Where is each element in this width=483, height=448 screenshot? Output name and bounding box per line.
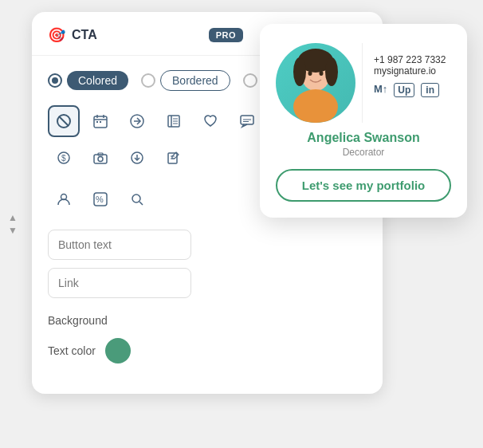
medium-icon[interactable]: M↑ xyxy=(374,83,387,97)
cta-button[interactable]: Let's see my portfolio xyxy=(276,169,451,202)
download-icon-cell[interactable] xyxy=(121,142,153,174)
linkedin-icon[interactable]: in xyxy=(421,83,439,97)
text-color-swatch[interactable] xyxy=(105,338,131,364)
sig-phone: +1 987 223 7332 xyxy=(374,54,446,65)
header-left: 🎯 CTA xyxy=(48,26,97,44)
sig-website: mysignature.io xyxy=(374,65,446,77)
style-option-bordered[interactable]: Bordered xyxy=(141,70,230,91)
upwork-icon[interactable]: Up xyxy=(394,83,414,97)
svg-point-24 xyxy=(98,157,103,162)
user-icon-cell[interactable] xyxy=(48,183,80,215)
sig-role: Decorator xyxy=(343,147,385,158)
svg-point-34 xyxy=(132,195,140,202)
svg-point-40 xyxy=(325,57,338,86)
svg-rect-7 xyxy=(100,121,101,123)
svg-text:%: % xyxy=(96,195,104,204)
text-color-label: Text color xyxy=(48,344,96,357)
arrow-right-icon-cell[interactable] xyxy=(121,105,153,137)
dollar-icon-cell[interactable]: $ xyxy=(48,142,80,174)
colored-label: Colored xyxy=(67,71,128,90)
sig-top-inner: +1 987 223 7332 mysignature.io M↑ Up in xyxy=(276,43,451,123)
background-label: Background xyxy=(48,314,108,327)
scroll-up-icon[interactable]: ▲ xyxy=(8,213,18,222)
heart-icon-cell[interactable] xyxy=(194,105,226,137)
sig-social-icons: M↑ Up in xyxy=(374,83,446,97)
pro-badge: PRO xyxy=(209,28,243,42)
scroll-down-icon[interactable]: ▼ xyxy=(8,226,18,235)
svg-point-43 xyxy=(308,71,312,76)
svg-line-35 xyxy=(139,202,143,205)
signature-card: +1 987 223 7332 mysignature.io M↑ Up in … xyxy=(260,24,467,218)
svg-point-39 xyxy=(293,57,306,86)
radio-colored-indicator xyxy=(48,73,62,88)
radio-text-indicator xyxy=(243,73,257,88)
camera-icon-cell[interactable] xyxy=(84,142,116,174)
radio-bordered-indicator xyxy=(141,73,155,88)
svg-rect-23 xyxy=(94,155,107,163)
input-section xyxy=(32,226,383,309)
link-input[interactable] xyxy=(48,268,191,298)
panel-title: CTA xyxy=(72,28,97,42)
style-option-colored[interactable]: Colored xyxy=(48,71,128,90)
text-color-row: Text color xyxy=(32,332,383,370)
search-icon-cell[interactable] xyxy=(121,183,153,215)
background-row: Background xyxy=(32,309,383,332)
bordered-label: Bordered xyxy=(160,70,230,91)
avatar xyxy=(276,43,355,123)
calendar-icon-cell[interactable] xyxy=(84,105,116,137)
chat-icon-cell[interactable] xyxy=(231,105,263,137)
ban-icon-cell[interactable] xyxy=(48,105,80,137)
scroll-controls: ▲ ▼ xyxy=(8,213,18,235)
svg-point-44 xyxy=(320,71,324,76)
svg-line-1 xyxy=(59,116,69,126)
book-icon-cell[interactable] xyxy=(158,105,190,137)
sig-right-col: +1 987 223 7332 mysignature.io M↑ Up in xyxy=(363,43,446,97)
svg-rect-6 xyxy=(96,121,98,123)
svg-text:$: $ xyxy=(61,154,66,163)
button-text-input[interactable] xyxy=(48,230,191,260)
percent-icon-cell[interactable]: % xyxy=(84,183,116,215)
svg-point-42 xyxy=(293,89,338,123)
sig-left-col xyxy=(276,43,355,123)
edit-icon-cell[interactable] xyxy=(158,142,190,174)
cursor-icon: 🎯 xyxy=(48,26,65,44)
sig-name: Angelica Swanson xyxy=(307,131,419,145)
